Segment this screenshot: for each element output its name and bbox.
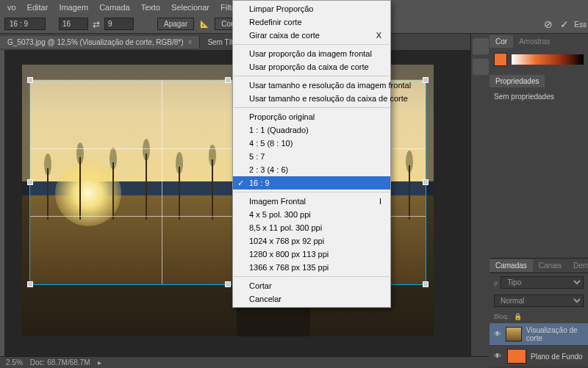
crop-height-field[interactable]: 9 <box>104 18 134 30</box>
crop-handle[interactable] <box>27 179 33 185</box>
status-bar: 2.5% Doc: 68.7M/68.7M ▸ <box>0 356 489 368</box>
tab-color[interactable]: Cor <box>490 35 513 48</box>
menu-use-crop-size[interactable]: Usar tamanho e resolução da caixa de cor… <box>233 92 390 105</box>
layer-thumbnail[interactable] <box>507 349 526 364</box>
lock-label: Bloq.: <box>494 313 511 320</box>
menu-item[interactable]: Selecionar <box>167 1 214 13</box>
shortcut-label: I <box>379 197 381 206</box>
menu-clear-ratio[interactable]: Limpar Proporção <box>233 2 390 15</box>
menu-separator <box>234 107 390 108</box>
menu-header-front-image: Imagem FrontalI <box>233 195 390 208</box>
color-panel <box>490 48 588 71</box>
layer-thumbnail[interactable] <box>506 327 522 342</box>
crop-handle[interactable] <box>225 77 231 83</box>
menu-ratio-4-5[interactable]: 4 : 5 (8 : 10) <box>233 137 390 150</box>
menu-ratio-2-3[interactable]: 2 : 3 (4 : 6) <box>233 163 390 176</box>
menu-reset-crop[interactable]: Redefinir corte <box>233 15 390 29</box>
menu-use-front-size[interactable]: Usar tamanho e resolução da imagem front… <box>233 79 390 92</box>
close-icon[interactable]: × <box>188 38 193 46</box>
crop-handle[interactable] <box>423 179 429 185</box>
document-tab[interactable]: G_5073.jpg @ 12,5% (Visualização de cort… <box>0 36 200 48</box>
filter-kind-select[interactable]: Tipo <box>501 276 584 289</box>
crop-ratio-preset[interactable]: 16 : 9 <box>4 18 46 30</box>
layer-name: Visualização de corte <box>526 326 584 342</box>
menu-item[interactable]: Texto <box>137 1 165 13</box>
foreground-swatch[interactable] <box>494 53 507 66</box>
tab-channels[interactable]: Canais <box>533 259 567 272</box>
cancel-crop-icon[interactable]: ⊘ <box>544 18 553 30</box>
clear-button[interactable]: Apagar <box>157 18 194 30</box>
menu-separator <box>234 76 390 76</box>
menu-label: Imagem Frontal <box>249 197 306 206</box>
menu-preset-4x5[interactable]: 4 x 5 pol. 300 ppi <box>233 208 390 221</box>
menu-preset-1280[interactable]: 1280 x 800 px 113 ppi <box>233 248 390 261</box>
menu-separator <box>234 192 390 192</box>
doc-size-label[interactable]: Doc: 68.7M/68.7M <box>30 358 90 367</box>
tab-label: G_5073.jpg @ 12,5% (Visualização de cort… <box>7 38 184 46</box>
straighten-icon[interactable]: 📐 <box>198 18 210 30</box>
menu-item[interactable]: Editar <box>23 1 53 13</box>
crop-context-menu: Limpar Proporção Redefinir corte Girar c… <box>232 0 391 308</box>
menu-ratio-1-1[interactable]: 1 : 1 (Quadrado) <box>233 123 390 137</box>
layer-name: Plano de Fundo <box>531 353 583 361</box>
shortcut-label: X <box>376 31 381 40</box>
commit-crop-icon[interactable]: ✓ <box>560 18 569 30</box>
check-icon: ✓ <box>237 178 244 188</box>
panel-icon[interactable] <box>473 38 489 54</box>
panels-dock: Cor Amostras Propriedades Sem propriedad… <box>489 34 588 368</box>
zoom-level[interactable]: 2.5% <box>6 358 23 367</box>
swap-dimensions-icon[interactable]: ⇄ <box>93 19 100 29</box>
crop-handle[interactable] <box>225 281 231 287</box>
visibility-icon[interactable]: 👁 <box>494 330 501 339</box>
menu-preset-8x11[interactable]: 8,5 x 11 pol. 300 ppi <box>233 221 390 234</box>
menu-use-crop-ratio[interactable]: Usar proporção da caixa de corte <box>233 60 390 73</box>
chevron-right-icon[interactable]: ▸ <box>98 358 101 367</box>
menu-rotate-crop[interactable]: Girar caixa de corteX <box>233 29 390 42</box>
filter-kind-label: ρ <box>494 279 498 286</box>
menu-label: 16 : 9 <box>249 178 270 187</box>
tab-paths[interactable]: Demarcadores <box>567 259 588 272</box>
visibility-icon[interactable]: 👁 <box>494 352 503 361</box>
menu-item[interactable]: Imagem <box>54 1 93 13</box>
color-ramp[interactable] <box>512 54 584 65</box>
crop-handle[interactable] <box>423 281 429 287</box>
menu-header-original-ratio: Proporção original <box>233 110 390 123</box>
menu-crop[interactable]: Cortar <box>233 279 390 292</box>
layers-panel: Camadas Canais Demarcadores ρ Tipo Norma… <box>490 258 588 368</box>
crop-handle[interactable] <box>27 77 33 83</box>
tab-properties[interactable]: Propriedades <box>490 75 545 87</box>
crop-width-field[interactable]: 16 <box>59 18 88 30</box>
menu-ratio-16-9[interactable]: ✓16 : 9 <box>233 176 390 190</box>
menu-separator <box>234 44 390 45</box>
properties-empty-label: Sem propriedades <box>494 93 554 101</box>
menu-item[interactable]: Camada <box>95 1 135 13</box>
tab-swatches[interactable]: Amostras <box>513 35 556 48</box>
layer-row[interactable]: 👁 Visualização de corte <box>490 323 588 346</box>
menu-preset-1024[interactable]: 1024 x 768 px 92 ppi <box>233 234 390 248</box>
menu-cancel[interactable]: Cancelar <box>233 292 390 306</box>
menu-use-front-ratio[interactable]: Usar proporção da imagem frontal <box>233 47 390 60</box>
workspace-label[interactable]: Ess <box>574 21 587 29</box>
panel-icon[interactable] <box>473 59 489 75</box>
panel-icon-strip <box>470 34 490 368</box>
lock-icon[interactable]: 🔒 <box>514 313 522 320</box>
properties-body: Sem propriedades <box>490 88 588 105</box>
menu-separator <box>234 276 390 277</box>
menu-preset-1366[interactable]: 1366 x 768 px 135 ppi <box>233 261 390 274</box>
crop-handle[interactable] <box>423 77 429 83</box>
crop-handle[interactable] <box>27 281 33 287</box>
menu-ratio-5-7[interactable]: 5 : 7 <box>233 150 390 163</box>
tab-layers[interactable]: Camadas <box>490 259 533 272</box>
layer-row[interactable]: 👁 Plano de Fundo <box>490 346 588 367</box>
blend-mode-select[interactable]: Normal <box>494 295 584 307</box>
menu-label: Girar caixa de corte <box>249 31 320 40</box>
menu-item[interactable]: vo <box>3 1 21 13</box>
